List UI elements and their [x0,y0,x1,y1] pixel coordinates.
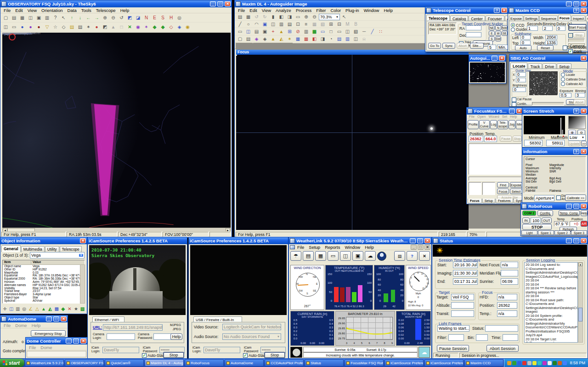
taskbar-item[interactable]: RoboFocus [185,359,224,367]
menu-item[interactable]: Process [294,8,314,13]
menu-item[interactable]: File [468,115,476,119]
toolbar-icon[interactable]: ▤ [76,24,84,30]
menu-item[interactable]: Help [509,115,518,119]
taskbar-item[interactable]: MaxIm DL 4 - Autogu... [145,359,184,367]
toolbar-icon[interactable]: ▦ [294,36,302,42]
tray-icon[interactable] [517,361,521,365]
mode-radio[interactable] [561,73,565,77]
ra-input[interactable] [466,25,481,30]
close-button[interactable]: ✕ [581,56,587,61]
menu-item[interactable]: Dome [38,345,54,350]
minimum-input[interactable]: 58302 [524,140,543,146]
toolbar-icon[interactable]: ◈ [151,24,158,30]
pause-button[interactable]: Pause [500,136,512,142]
emergency-stop-button[interactable]: Emergency Stop [31,330,66,337]
toolbar-icon[interactable]: □ [327,29,335,35]
abort-session-button[interactable]: Abort Session [486,345,519,352]
expose-button[interactable]: Expose [510,182,522,188]
titlebar[interactable]: RoboFocus _ □ ✕ [521,203,588,210]
toolbar-icon[interactable]: ╱ [368,29,376,35]
toolbar-icon[interactable]: ⊞ [327,21,335,28]
toolbar-icon[interactable]: ▣ [35,15,43,21]
toolbar-icon[interactable]: B [352,21,360,28]
menu-item[interactable]: View [260,8,273,13]
minimize-button[interactable]: _ [210,1,216,6]
minimize-button[interactable]: _ [66,338,72,344]
toolbar-icon[interactable]: ✶ [85,24,92,30]
toolbar-icon[interactable]: ◉ [184,24,192,30]
toolbar-icon[interactable]: ▲ [269,36,277,42]
x-input[interactable]: 0 [516,72,526,77]
toolbar-icon[interactable]: ▤ [244,36,252,42]
steps-input[interactable]: 100 [531,218,541,224]
toolbar-icon[interactable]: △ [34,306,40,312]
close-button[interactable]: ✕ [501,8,507,13]
close-button[interactable]: ✕ [581,238,587,243]
toolbar-icon[interactable]: ◨ [286,14,294,20]
titlebar[interactable]: SBIG AO Control ✕ [509,55,588,62]
toolbar-icon[interactable]: ▦ [244,14,252,20]
menu-item[interactable]: Edit [247,8,259,13]
toolbar-icon[interactable]: ⊖ [311,14,318,20]
close-button[interactable]: ✕ [80,238,86,243]
toolbar-icon[interactable]: ▢ [236,36,244,42]
menu-item[interactable]: File [295,245,306,250]
toolbar-icon[interactable]: ◉ [134,24,142,30]
star-chart[interactable]: North America NebulaPelican NebulaDenebC… [2,33,231,228]
toolbar-icon[interactable]: ▥ [302,29,310,35]
mode-radio[interactable] [561,77,565,81]
toolbar-icon[interactable]: ☆ [51,24,59,30]
toolbar-icon[interactable]: ◔ [327,36,335,42]
object-select[interactable]: Vega▼ [30,252,85,258]
menu-item[interactable]: Wizard [487,115,500,119]
stop-button[interactable]: Stop [573,32,585,38]
titlebar-thesky6[interactable]: OBSERVATORY FSQ July10.sky - TheSky6 _ □… [0,0,232,7]
toolbar-icon[interactable]: ✕ [126,24,134,30]
toolbar-icon[interactable]: ◫ [27,15,34,21]
tray-icon[interactable] [563,361,567,365]
temp-comp-button[interactable]: Temp. Comp. [559,210,580,216]
url-input[interactable]: http://67.161.168.249:81/snapshot_ch01.j… [103,324,163,331]
tray-icon[interactable] [527,361,531,365]
toolbar-icon[interactable]: ◫ [269,21,277,28]
table-row[interactable]: Alternate namesHIP 91262 SAO 67174 GSC 3… [3,284,85,287]
menu-item[interactable]: Help [381,8,395,13]
help-button[interactable]: ? [573,109,579,114]
toolbar-icon[interactable]: ▤ [79,306,85,312]
toolbar-icon[interactable]: → [93,15,101,21]
maximize-button[interactable]: □ [573,204,579,209]
column-header-item[interactable]: Item [3,260,31,264]
tab[interactable]: Features [496,199,513,203]
tab[interactable]: Setup [482,199,495,203]
table-row[interactable]: Equatorial 2000RA: 18h 36m 56.336s Dec: … [3,277,85,281]
minimize-button[interactable]: _ [566,1,572,6]
toolbar-icon[interactable]: ▣ [261,21,269,28]
maximize-button[interactable]: □ [73,338,79,344]
histogram[interactable] [524,116,565,134]
autoguider-image[interactable] [236,55,469,230]
focusmax-button[interactable]: Tele- scope [498,120,508,129]
nudge-button[interactable]: N [495,25,501,30]
toolbar-icon[interactable]: H [167,15,175,21]
toolbar-icon[interactable]: ☂ [290,251,301,261]
toolbar-icon[interactable]: ◫ [2,24,10,30]
url-link[interactable]: URL: [93,325,102,330]
site-button[interactable]: Site... [470,43,484,49]
in-button[interactable]: IN [522,218,530,224]
titlebar[interactable]: Information ? ✕ [522,148,588,155]
close-button[interactable]: ✕ [581,149,587,154]
spare-button[interactable]: Light [521,230,537,235]
toolbar-icon[interactable]: ✶ [142,24,150,30]
toolbar-icon[interactable]: ◎ [21,306,27,312]
toolbar-icon[interactable]: ☁ [365,251,376,261]
titlebar[interactable]: Dome Controller _ □ ✕ [26,338,87,344]
toolbar-icon[interactable]: ? [51,15,59,21]
toolbar-icon[interactable]: ◫ [244,29,252,35]
toolbar-icon[interactable]: ▣ [352,251,363,261]
menu-item[interactable]: Edit [13,8,25,13]
abort-button[interactable]: Abort [457,43,469,49]
toolbar-icon[interactable]: ≡ [302,21,310,28]
menu-item[interactable]: Set [501,115,509,119]
toolbar-icon[interactable]: ↓ [76,15,84,21]
menu-item[interactable]: File [27,345,38,350]
